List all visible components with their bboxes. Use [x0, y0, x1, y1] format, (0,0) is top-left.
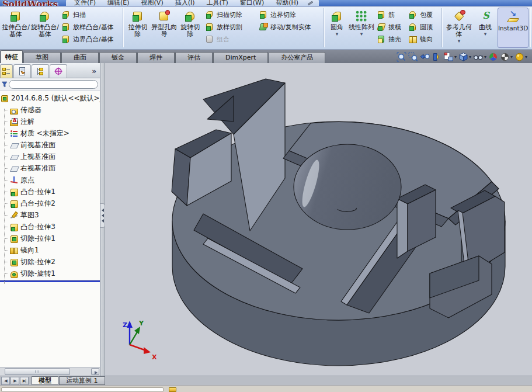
- view-orientation-icon[interactable]: ▾: [443, 51, 457, 62]
- tab-weldments[interactable]: 焊件: [137, 52, 175, 63]
- reference-geometry-button[interactable]: 参考几何体 ▾: [444, 7, 474, 48]
- heads-up-view-toolbar: ▾ ▾ ▾ ▾ ▾: [397, 51, 532, 62]
- tree-item-top-plane[interactable]: 上视基准面: [0, 151, 100, 162]
- tree-filter-input[interactable]: [9, 80, 98, 89]
- tab-dimxpert[interactable]: DimXpert: [213, 52, 268, 63]
- swept-cut-button[interactable]: 扫描切除: [203, 9, 257, 21]
- chevron-down-icon[interactable]: ▾: [454, 54, 457, 60]
- apply-scene-icon[interactable]: ▾: [500, 51, 513, 62]
- main-area: » 2014.6.8.5 (默认<<默认>_显示 传感器 注解: [0, 63, 532, 376]
- zoom-to-fit-icon[interactable]: [397, 51, 406, 62]
- property-manager-tab[interactable]: [13, 64, 31, 78]
- move-copy-button[interactable]: 移动/复制实体: [257, 21, 322, 33]
- features-ribbon: 拉伸凸台/基体 旋转凸台/基体 扫描 放样凸台/基体 边界凸台/基体 拉伸切除: [0, 6, 532, 50]
- sweep-button[interactable]: 扫描: [60, 9, 121, 21]
- view-settings-icon[interactable]: ▾: [514, 51, 527, 62]
- panel-collapse-handle[interactable]: [100, 203, 105, 228]
- draft-button[interactable]: 拔模: [375, 21, 406, 33]
- chevron-down-icon[interactable]: ▾: [484, 54, 486, 60]
- motion-study-tab[interactable]: 运动算例 1: [59, 376, 105, 385]
- menu-tools[interactable]: 工具(T): [202, 0, 233, 6]
- shell-button[interactable]: 抽壳: [375, 33, 406, 46]
- dome-button[interactable]: 圆顶: [406, 21, 440, 33]
- configuration-manager-icon: [36, 67, 45, 76]
- extruded-boss-button[interactable]: 拉伸凸台/基体: [1, 7, 30, 48]
- tab-sheet-metal[interactable]: 钣金: [99, 52, 137, 63]
- tree-item-cut-extrude2[interactable]: 切除-拉伸2: [0, 256, 100, 268]
- configuration-manager-tab[interactable]: [32, 64, 49, 78]
- revolved-boss-button[interactable]: 旋转凸台/基体: [30, 7, 60, 48]
- tab-evaluate[interactable]: 评估: [175, 52, 213, 63]
- tree-item-right-plane[interactable]: 右视基准面: [0, 162, 100, 174]
- annotations-icon: [10, 117, 19, 126]
- fillet-button[interactable]: 圆角 ▾: [326, 7, 348, 48]
- tree-item-material[interactable]: 材质 <未指定>: [0, 127, 100, 139]
- tree-item-boss-extrude2[interactable]: 凸台-拉伸2: [0, 197, 100, 209]
- revolved-cut-button[interactable]: 旋转切除: [178, 7, 203, 48]
- loft-boss-button[interactable]: 放样凸台/基体: [60, 21, 121, 33]
- curves-button[interactable]: 曲线 ▾: [474, 7, 496, 48]
- feature-manager-tab[interactable]: [0, 64, 13, 78]
- graphics-viewport[interactable]: Z Y X: [105, 63, 532, 376]
- chevron-down-icon[interactable]: ▾: [510, 54, 513, 60]
- panel-splitter[interactable]: [100, 63, 105, 376]
- previous-view-icon[interactable]: [420, 51, 430, 62]
- chevron-down-icon[interactable]: ▾: [336, 32, 339, 36]
- panel-horizontal-scrollbar[interactable]: [0, 367, 100, 376]
- tree-root-part[interactable]: 2014.6.8.5 (默认<<默认>_显示: [0, 92, 100, 104]
- scrollbar-thumb[interactable]: [5, 368, 70, 375]
- scrollbar-right-arrow[interactable]: [91, 368, 99, 375]
- tab-office-products[interactable]: 办公室产品: [269, 52, 325, 63]
- extruded-cut-button[interactable]: 拉伸切除: [125, 7, 151, 48]
- loft-boss-icon: [61, 23, 71, 32]
- mirror-button[interactable]: 镜向: [406, 33, 440, 46]
- tree-item-front-plane[interactable]: 前视基准面: [0, 139, 100, 151]
- dimxpert-manager-tab[interactable]: [50, 64, 67, 78]
- menu-help[interactable]: 帮助(H): [271, 0, 303, 6]
- tree-filter-row: [0, 78, 100, 91]
- chevron-down-icon[interactable]: ▾: [484, 32, 487, 36]
- hole-wizard-button[interactable]: 异型孔向导: [151, 7, 178, 48]
- tree-item-cut-extrude1[interactable]: 切除-拉伸1: [0, 233, 100, 244]
- rib-button[interactable]: 筋: [375, 9, 406, 21]
- menu-insert[interactable]: 插入(I): [171, 0, 200, 6]
- chevron-down-icon[interactable]: ▾: [360, 32, 363, 36]
- menu-view[interactable]: 视图(V): [137, 0, 168, 6]
- cut-extrude-icon: [10, 234, 19, 243]
- display-style-icon[interactable]: ▾: [458, 51, 471, 62]
- model-tab[interactable]: 模型: [32, 376, 58, 385]
- study-nav-next-button[interactable]: ▶: [11, 377, 19, 385]
- tree-item-mirror1[interactable]: 镜向1: [0, 244, 100, 256]
- menu-window[interactable]: 窗口(W): [235, 0, 269, 6]
- rollback-bar[interactable]: [0, 280, 100, 282]
- tree-item-sensors[interactable]: 传感器: [0, 104, 100, 116]
- study-nav-prev-button[interactable]: ◀: [1, 377, 10, 385]
- study-nav-last-button[interactable]: ▶|: [20, 377, 29, 385]
- tree-item-cut-revolve1[interactable]: 切除-旋转1: [0, 268, 100, 279]
- tab-features[interactable]: 特征: [1, 50, 23, 63]
- linear-pattern-button[interactable]: 线性阵列 ▾: [348, 7, 375, 48]
- chevron-down-icon[interactable]: ▾: [458, 39, 461, 43]
- tree-item-boss-extrude1[interactable]: 凸台-拉伸1: [0, 186, 100, 197]
- edit-appearance-icon[interactable]: [488, 51, 498, 62]
- hide-show-items-icon[interactable]: ▾: [473, 51, 486, 62]
- wrap-button[interactable]: 包覆: [406, 9, 440, 21]
- chevron-down-icon[interactable]: ▾: [525, 54, 527, 60]
- tree-item-boss-extrude3[interactable]: 凸台-拉伸3: [0, 221, 100, 233]
- menu-edit[interactable]: 编辑(E): [103, 0, 134, 6]
- tree-item-annotations[interactable]: 注解: [0, 116, 100, 127]
- boundary-boss-button[interactable]: 边界凸台/基体: [60, 33, 121, 46]
- zoom-to-area-icon[interactable]: [408, 51, 418, 62]
- instant3d-button[interactable]: Instant3D: [498, 8, 528, 48]
- section-view-icon[interactable]: [432, 51, 441, 62]
- tree-item-sketch3[interactable]: 草图3: [0, 209, 100, 221]
- tree-item-origin[interactable]: 原点: [0, 174, 100, 186]
- panel-expand-chevron-icon[interactable]: »: [88, 67, 100, 78]
- menu-file[interactable]: 文件(F): [69, 0, 100, 6]
- boundary-cut-button[interactable]: 边界切除: [257, 9, 322, 21]
- tab-sketch[interactable]: 草图: [23, 52, 61, 63]
- tab-surfaces[interactable]: 曲面: [61, 52, 99, 63]
- lofted-cut-button[interactable]: 放样切割: [203, 21, 257, 33]
- chevron-down-icon[interactable]: ▾: [469, 54, 471, 60]
- hole-wizard-icon: [158, 10, 171, 23]
